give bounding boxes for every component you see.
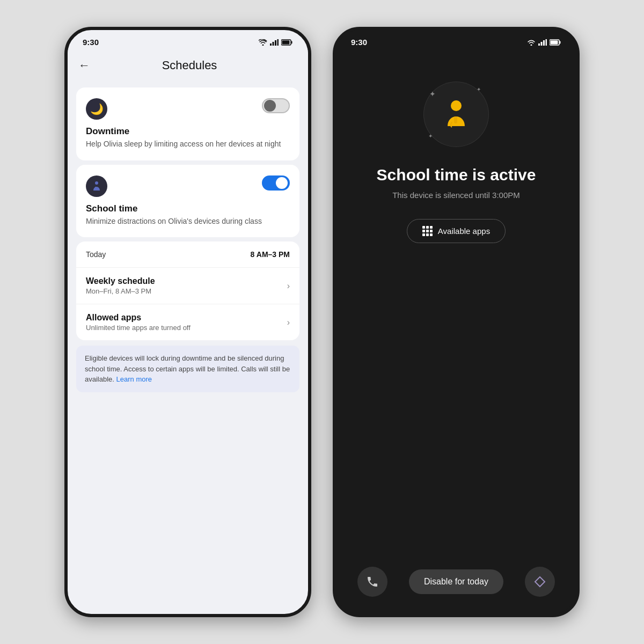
school-student-icon (440, 98, 472, 130)
school-active-title: School time is active (377, 166, 536, 184)
dark-phone: 9:30 ✦ ✦ ✦ (333, 27, 580, 617)
svg-rect-17 (454, 116, 457, 123)
svg-rect-15 (551, 40, 558, 44)
disable-for-today-label: Disable for today (424, 577, 488, 586)
svg-rect-6 (282, 40, 290, 44)
phone-call-button[interactable] (357, 567, 387, 597)
allowed-apps-row[interactable]: Allowed apps Unlimited time apps are tur… (76, 304, 299, 340)
weekly-chevron: › (287, 281, 290, 291)
svg-point-7 (95, 181, 98, 185)
disable-for-today-button[interactable]: Disable for today (409, 569, 503, 594)
wifi-icon (259, 39, 267, 46)
diamond-button[interactable] (525, 567, 555, 597)
downtime-toggle[interactable] (262, 98, 290, 113)
time-display: 9:30 (83, 38, 99, 47)
status-icons-dark (527, 39, 561, 46)
diamond-icon (534, 576, 546, 588)
svg-rect-1 (273, 42, 274, 46)
wifi-icon-dark (527, 39, 536, 46)
sparkle-bl: ✦ (428, 133, 433, 139)
school-time-icon (86, 175, 107, 197)
school-time-toggle[interactable] (262, 175, 290, 191)
today-value: 8 AM–3 PM (251, 250, 290, 259)
app-header: ← Schedules (68, 50, 308, 83)
svg-rect-3 (277, 39, 279, 46)
school-time-card: School time Minimize distractions on Oli… (76, 165, 299, 238)
school-time-desc: Minimize distractions on Olivia's device… (86, 216, 290, 227)
allowed-apps-chevron: › (287, 318, 290, 327)
info-box: Eligible devices will lock during downti… (76, 346, 299, 392)
light-phone: 9:30 (64, 27, 311, 617)
sparkle-tr: ✦ (477, 86, 481, 92)
phone-content-light: ← Schedules 🌙 Downtime Help Olivia sleep… (68, 50, 308, 607)
sparkle-tl: ✦ (429, 90, 436, 98)
school-time-title: School time (86, 203, 290, 214)
school-icon-circle: ✦ ✦ ✦ (424, 82, 488, 147)
status-bar-light: 9:30 (68, 30, 308, 50)
svg-rect-8 (95, 187, 96, 189)
svg-point-16 (451, 100, 462, 111)
allowed-apps-sub: Unlimited time apps are turned off (86, 324, 191, 332)
svg-rect-5 (291, 41, 292, 43)
signal-icon-dark (538, 39, 547, 46)
svg-rect-11 (543, 40, 545, 46)
svg-rect-10 (541, 42, 543, 46)
school-active-subtitle: This device is silenced until 3:00PM (392, 191, 520, 200)
page-title: Schedules (101, 58, 278, 72)
phone-icon (366, 575, 379, 588)
status-icons (259, 39, 293, 46)
toggle-thumb-school (276, 177, 288, 189)
svg-rect-9 (538, 43, 540, 46)
weekly-schedule-label: Weekly schedule (86, 276, 155, 286)
downtime-desc: Help Olivia sleep by limiting access on … (86, 139, 290, 150)
student-icon (90, 180, 103, 193)
info-text: Eligible devices will lock during downti… (85, 354, 290, 383)
available-apps-label: Available apps (438, 226, 490, 236)
time-display-dark: 9:30 (351, 38, 367, 47)
today-schedule-row: Today 8 AM–3 PM (76, 241, 299, 268)
signal-icon (270, 39, 279, 46)
svg-rect-2 (275, 40, 276, 46)
dark-bottom-bar: Disable for today (336, 560, 576, 614)
downtime-card: 🌙 Downtime Help Olivia sleep by limiting… (76, 87, 299, 160)
downtime-icon: 🌙 (86, 98, 107, 120)
svg-rect-0 (270, 43, 272, 46)
back-button[interactable]: ← (76, 56, 92, 75)
svg-rect-12 (546, 39, 547, 46)
grid-icon (422, 226, 433, 236)
downtime-title: Downtime (86, 126, 290, 137)
dark-phone-content: ✦ ✦ ✦ School time is active This device … (336, 50, 576, 607)
today-label: Today (86, 250, 106, 259)
toggle-thumb-downtime (264, 100, 276, 112)
svg-rect-14 (560, 41, 561, 43)
weekly-schedule-sub: Mon–Fri, 8 AM–3 PM (86, 287, 155, 295)
battery-icon (281, 39, 293, 46)
weekly-schedule-row[interactable]: Weekly schedule Mon–Fri, 8 AM–3 PM › (76, 268, 299, 304)
learn-more-link[interactable]: Learn more (116, 375, 152, 383)
status-bar-dark: 9:30 (336, 30, 576, 50)
schedule-list: Today 8 AM–3 PM Weekly schedule Mon–Fri,… (76, 241, 299, 340)
battery-icon-dark (550, 39, 561, 46)
allowed-apps-label: Allowed apps (86, 313, 191, 323)
available-apps-button[interactable]: Available apps (407, 219, 506, 243)
